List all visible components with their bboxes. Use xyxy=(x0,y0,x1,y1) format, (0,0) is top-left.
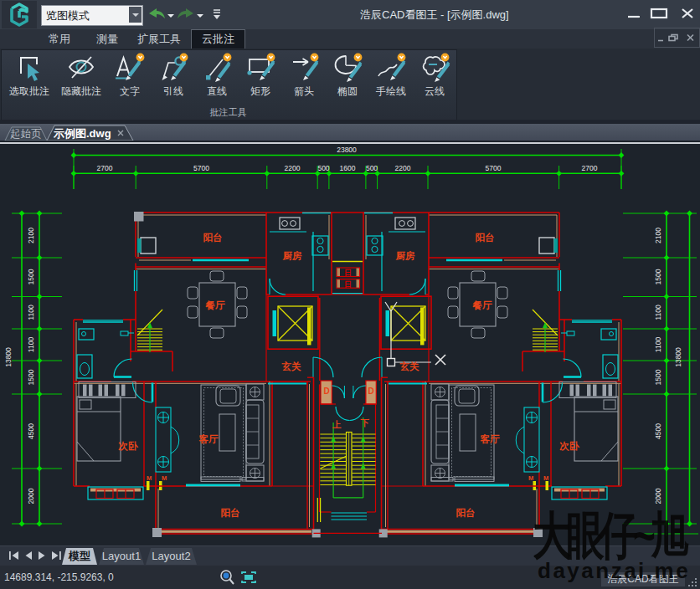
svg-text:1500: 1500 xyxy=(654,369,662,385)
svg-text:1100: 1100 xyxy=(27,337,35,353)
svg-text:日: 日 xyxy=(344,280,352,289)
svg-text:M: M xyxy=(147,474,152,482)
svg-text:1500: 1500 xyxy=(654,269,662,284)
svg-text:5700: 5700 xyxy=(486,164,502,172)
svg-text:厨房: 厨房 xyxy=(395,250,416,261)
svg-text:1100: 1100 xyxy=(654,305,662,320)
svg-text:2700: 2700 xyxy=(582,164,598,172)
svg-text:玄关: 玄关 xyxy=(399,361,420,371)
svg-text:1500: 1500 xyxy=(27,369,35,385)
svg-text:餐厅: 餐厅 xyxy=(472,300,493,310)
svg-text:M: M xyxy=(543,474,548,482)
svg-text:2700: 2700 xyxy=(97,164,113,172)
svg-text:阳台: 阳台 xyxy=(476,232,495,243)
svg-text:次卧: 次卧 xyxy=(118,441,139,452)
svg-text:1100: 1100 xyxy=(27,305,35,320)
svg-text:M: M xyxy=(162,474,167,482)
svg-text:玄关: 玄关 xyxy=(281,361,302,371)
svg-text:4500: 4500 xyxy=(654,423,662,439)
svg-text:示例图.dwg: 示例图.dwg xyxy=(53,127,111,140)
svg-text:500: 500 xyxy=(366,164,378,172)
svg-text:M: M xyxy=(528,474,533,482)
svg-text:1600: 1600 xyxy=(340,164,356,172)
svg-text:2100: 2100 xyxy=(27,228,35,243)
svg-text:日: 日 xyxy=(344,269,352,277)
svg-text:厨房: 厨房 xyxy=(282,250,303,261)
svg-text:13800: 13800 xyxy=(4,347,13,367)
svg-text:500: 500 xyxy=(317,164,329,172)
svg-text:5700: 5700 xyxy=(193,164,209,172)
svg-text:餐厅: 餐厅 xyxy=(205,300,226,310)
svg-text:阳台: 阳台 xyxy=(203,232,223,243)
svg-text:起始页: 起始页 xyxy=(10,128,42,140)
svg-text:2100: 2100 xyxy=(654,228,662,243)
svg-text:2200: 2200 xyxy=(285,164,301,172)
svg-text:1100: 1100 xyxy=(654,337,662,353)
svg-text:23800: 23800 xyxy=(337,146,357,154)
svg-text:阳台: 阳台 xyxy=(456,507,476,518)
svg-text:上: 上 xyxy=(332,419,342,429)
svg-text:D: D xyxy=(323,387,329,396)
svg-text:D: D xyxy=(368,387,373,396)
svg-text:2200: 2200 xyxy=(395,164,411,172)
svg-text:客厅: 客厅 xyxy=(480,433,501,444)
svg-text:次卧: 次卧 xyxy=(559,441,580,452)
svg-text:13800: 13800 xyxy=(674,347,682,367)
svg-text:客厅: 客厅 xyxy=(198,433,219,444)
svg-text:下: 下 xyxy=(360,417,370,428)
svg-text:1500: 1500 xyxy=(27,269,35,284)
svg-text:2000: 2000 xyxy=(27,488,35,504)
svg-text:阳台: 阳台 xyxy=(221,507,240,518)
svg-text:4500: 4500 xyxy=(27,423,35,439)
